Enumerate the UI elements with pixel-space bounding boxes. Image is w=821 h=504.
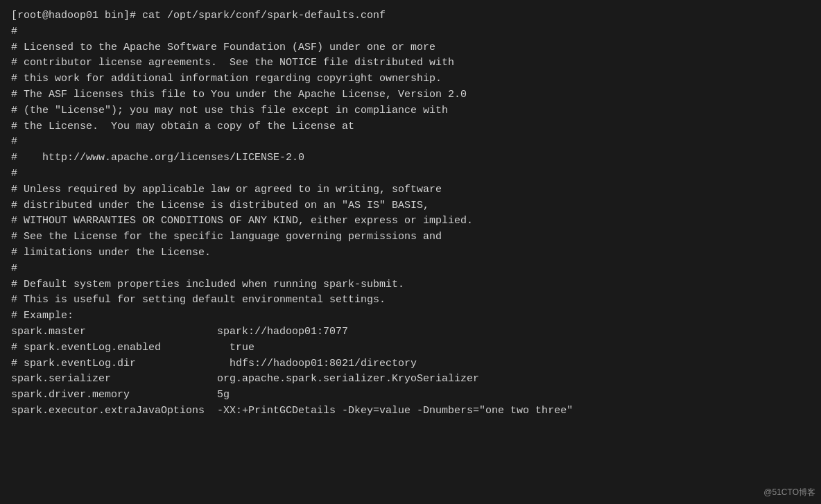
terminal-line: # limitations under the License.	[11, 245, 810, 261]
terminal-line: # WITHOUT WARRANTIES OR CONDITIONS OF AN…	[11, 214, 810, 229]
terminal-line: # Licensed to the Apache Software Founda…	[11, 40, 810, 56]
terminal-line: #	[11, 134, 810, 150]
terminal-line: # contributor license agreements. See th…	[11, 55, 810, 71]
terminal-line: spark.serializer org.apache.spark.serial…	[11, 372, 810, 388]
terminal-line: # Unless required by applicable law or a…	[11, 182, 810, 198]
terminal-window: [root@hadoop01 bin]# cat /opt/spark/conf…	[0, 0, 821, 504]
terminal-line: # this work for additional information r…	[11, 71, 810, 87]
terminal-line: spark.master spark://hadoop01:7077	[11, 324, 810, 340]
terminal-line: # Default system properties included whe…	[11, 277, 810, 293]
terminal-line: #	[11, 24, 810, 40]
terminal-line: # (the "License"); you may not use this …	[11, 103, 810, 119]
terminal-line: # The ASF licenses this file to You unde…	[11, 87, 810, 103]
terminal-line: # spark.eventLog.dir hdfs://hadoop01:802…	[11, 356, 810, 372]
terminal-line: # See the License for the specific langu…	[11, 229, 810, 245]
terminal-line: # spark.eventLog.enabled true	[11, 340, 810, 356]
terminal-line: # distributed under the License is distr…	[11, 198, 810, 214]
watermark-label: @51CTO博客	[763, 486, 815, 498]
terminal-line: # http://www.apache.org/licenses/LICENSE…	[11, 150, 810, 166]
terminal-line: [root@hadoop01 bin]# cat /opt/spark/conf…	[11, 8, 810, 24]
terminal-line: #	[11, 261, 810, 277]
terminal-line: # This is useful for setting default env…	[11, 293, 810, 309]
terminal-line: #	[11, 166, 810, 182]
terminal-content: [root@hadoop01 bin]# cat /opt/spark/conf…	[11, 8, 810, 419]
terminal-line: spark.executor.extraJavaOptions -XX:+Pri…	[11, 403, 810, 419]
terminal-line: # Example:	[11, 309, 810, 324]
terminal-line: # the License. You may obtain a copy of …	[11, 119, 810, 135]
terminal-line: spark.driver.memory 5g	[11, 388, 810, 403]
